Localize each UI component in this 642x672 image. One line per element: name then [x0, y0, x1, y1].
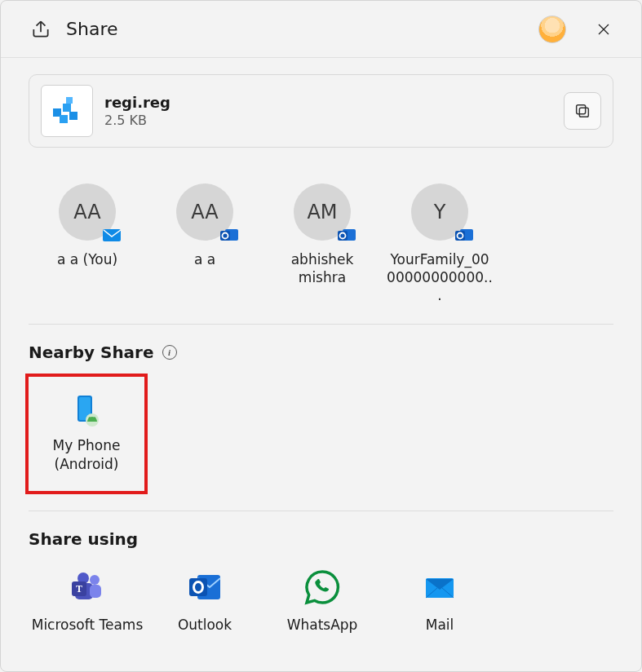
contact-avatar: AA — [176, 183, 233, 241]
nearby-device[interactable]: My Phone (Android) — [25, 374, 148, 494]
page-title: Share — [66, 19, 538, 39]
svg-rect-4 — [66, 97, 73, 104]
outlook-icon — [184, 567, 225, 608]
file-name: regi.reg — [104, 94, 552, 111]
svg-rect-3 — [69, 112, 77, 120]
contact-label: a a (You) — [57, 250, 117, 268]
nearby-share-title: Nearby Share i — [29, 343, 613, 362]
svg-rect-6 — [577, 105, 586, 114]
info-icon[interactable]: i — [162, 345, 177, 360]
outlook-badge-icon — [454, 226, 476, 244]
share-dialog: Share regi.reg 2.5 KB — [0, 0, 642, 672]
teams-icon: T — [67, 567, 108, 608]
app-outlook[interactable]: Outlook — [146, 567, 263, 634]
nearby-row: My Phone (Android) — [29, 374, 613, 511]
file-meta: regi.reg 2.5 KB — [104, 94, 552, 128]
nearby-device-label: My Phone (Android) — [29, 436, 144, 474]
contact-item[interactable]: AA a a (You) — [29, 183, 146, 304]
contact-initials: AA — [73, 201, 101, 223]
contact-label: abhishek mishra — [269, 250, 375, 286]
copy-button[interactable] — [564, 92, 601, 130]
contact-initials: AM — [307, 201, 337, 223]
mail-badge-icon — [101, 226, 124, 244]
share-using-label: Share using — [29, 529, 138, 549]
titlebar: Share — [1, 1, 641, 58]
contact-initials: AA — [191, 201, 219, 223]
svg-rect-1 — [63, 104, 71, 112]
contact-item[interactable]: AA a a — [146, 183, 263, 304]
file-size: 2.5 KB — [104, 113, 552, 128]
whatsapp-icon — [302, 567, 343, 608]
app-teams[interactable]: T Microsoft Teams — [29, 567, 146, 634]
close-button[interactable] — [586, 11, 622, 47]
app-label: WhatsApp — [287, 616, 358, 634]
share-using-title: Share using — [29, 529, 613, 549]
app-mail[interactable]: Mail — [381, 567, 498, 634]
contacts-row: AA a a (You) AA a a AM — [29, 183, 613, 325]
outlook-badge-icon — [336, 226, 359, 244]
contact-label: a a — [194, 250, 215, 268]
contact-avatar: AM — [294, 183, 351, 241]
file-thumbnail — [41, 85, 93, 137]
app-label: Outlook — [178, 616, 232, 634]
mail-icon — [419, 567, 460, 608]
app-label: Microsoft Teams — [32, 616, 144, 634]
app-label: Mail — [426, 616, 454, 634]
reg-file-icon — [48, 92, 86, 130]
svg-rect-2 — [60, 115, 68, 123]
contact-initials: Y — [434, 201, 446, 223]
share-icon — [30, 19, 51, 40]
outlook-badge-icon — [219, 226, 241, 244]
user-avatar[interactable] — [538, 15, 566, 43]
contact-avatar: Y — [411, 183, 468, 241]
svg-rect-5 — [579, 108, 588, 117]
contact-label: YourFamily_0000000000000... — [387, 250, 493, 304]
contact-item[interactable]: Y YourFamily_0000000000000... — [381, 183, 498, 304]
phone-icon — [73, 394, 100, 427]
nearby-share-label: Nearby Share — [29, 343, 154, 362]
contact-avatar: AA — [59, 183, 116, 241]
app-whatsapp[interactable]: WhatsApp — [263, 567, 381, 634]
svg-point-22 — [90, 575, 100, 585]
file-card: regi.reg 2.5 KB — [29, 74, 613, 148]
contact-item[interactable]: AM abhishek mishra — [263, 183, 381, 304]
close-icon — [597, 23, 610, 36]
content: regi.reg 2.5 KB AA a a (You) — [1, 58, 641, 671]
svg-rect-25 — [90, 585, 101, 598]
copy-icon — [573, 102, 591, 120]
svg-text:T: T — [76, 583, 82, 595]
apps-row: T Microsoft Teams Outlook — [29, 567, 613, 634]
